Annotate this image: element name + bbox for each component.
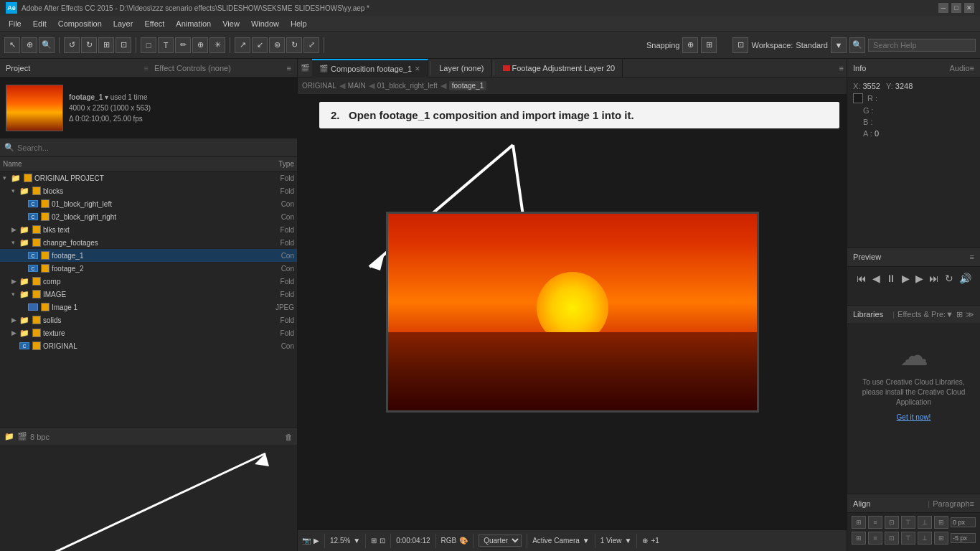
search-icon[interactable]: 🔍: [849, 37, 865, 53]
tool-orbit[interactable]: ↙: [252, 37, 268, 53]
vt-camera-dropdown[interactable]: ▼: [583, 537, 590, 545]
search-input[interactable]: [868, 39, 976, 52]
new-comp-btn[interactable]: 🎬: [17, 432, 27, 441]
align-center[interactable]: ≡: [868, 516, 882, 529]
tree-item-comp[interactable]: ▶ 📁 comp Fold: [0, 275, 297, 288]
tool-clone[interactable]: ⊕: [192, 37, 208, 53]
project-panel-menu[interactable]: ≡: [287, 64, 291, 72]
align-right[interactable]: ⊡: [885, 516, 899, 529]
distribute-left[interactable]: ⊞: [852, 532, 866, 545]
align-bottom[interactable]: ⊞: [934, 516, 948, 529]
close-button[interactable]: ✕: [964, 3, 974, 13]
quality-select[interactable]: Quarter Half Full: [479, 534, 522, 547]
tool-snap[interactable]: ⊡: [116, 37, 131, 53]
tree-item-image1[interactable]: ▶ Image 1 JPEG: [0, 301, 297, 314]
info-panel-menu[interactable]: ≡: [970, 64, 974, 72]
align-px-input-1[interactable]: [951, 517, 976, 527]
tool-shape[interactable]: □: [141, 37, 156, 53]
tool-paint[interactable]: ✏: [175, 37, 191, 53]
comp-tab-layer[interactable]: Layer (none): [432, 59, 491, 77]
menu-file[interactable]: File: [3, 16, 27, 32]
tool-grid[interactable]: ⊞: [98, 37, 114, 53]
tool-pen[interactable]: ⊕: [22, 37, 37, 53]
align-panel-menu[interactable]: ≡: [970, 499, 974, 508]
delete-btn[interactable]: 🗑: [285, 433, 293, 441]
bread-01block[interactable]: 01_block_right_left: [377, 82, 438, 90]
vt-extra-icons[interactable]: ⊕: [642, 537, 648, 545]
menu-view[interactable]: View: [217, 16, 245, 32]
bread-original[interactable]: ORIGINAL: [302, 82, 336, 90]
tree-item-solids[interactable]: ▶ 📁 solids Fold: [0, 314, 297, 326]
bread-main[interactable]: MAIN: [348, 82, 366, 90]
menu-help[interactable]: Help: [285, 16, 313, 32]
vt-channel[interactable]: RGB: [441, 537, 457, 545]
audio-tab[interactable]: Audio: [949, 64, 969, 72]
distribute-right[interactable]: ⊡: [885, 532, 899, 545]
cloud-link[interactable]: Get it now!: [897, 413, 931, 421]
bread-footage1[interactable]: footage_1: [449, 81, 487, 90]
snapping-toggle[interactable]: ⊕: [682, 37, 698, 53]
preview-loop[interactable]: ↻: [945, 273, 953, 284]
tree-item-changefootages[interactable]: ▾ 📁 change_footages Fold: [0, 236, 297, 249]
tree-item-01block[interactable]: ▶ C 01_block_right_left Con: [0, 197, 297, 210]
comp-tab-footage1[interactable]: 🎬 Composition footage_1 ✕: [312, 59, 428, 77]
preview-stop[interactable]: ⏸: [886, 273, 896, 284]
vt-preview-btn[interactable]: ▶: [314, 537, 319, 545]
tool-select[interactable]: ↖: [4, 37, 20, 53]
preview-next-frame[interactable]: ▶: [915, 273, 923, 284]
vt-fit-icon[interactable]: ⊞: [371, 537, 377, 545]
window-controls[interactable]: ─ □ ✕: [938, 3, 974, 13]
vt-grid-icon[interactable]: ⊡: [380, 537, 385, 545]
distribute-middle[interactable]: ⊥: [918, 532, 932, 545]
preview-play[interactable]: ▶: [902, 273, 910, 284]
tool-text[interactable]: T: [158, 37, 174, 53]
menu-effect[interactable]: Effect: [138, 16, 170, 32]
tool-undo[interactable]: ↺: [64, 37, 80, 53]
maximize-button[interactable]: □: [951, 3, 961, 13]
align-top[interactable]: ⊤: [901, 516, 915, 529]
workspace-dropdown[interactable]: ▼: [831, 37, 847, 53]
comp-tab-close[interactable]: ✕: [415, 65, 420, 72]
effect-controls-tab[interactable]: Effect Controls (none): [154, 64, 287, 72]
tool-camera[interactable]: ↗: [235, 37, 250, 53]
menu-window[interactable]: Window: [245, 16, 285, 32]
effects-presets-tab[interactable]: Effects & Pre:: [897, 310, 946, 319]
tree-item-original-project[interactable]: ▾ 📁 ORIGINAL PROJECT Fold: [0, 171, 297, 184]
vt-channel-options[interactable]: 🎨: [459, 537, 468, 545]
align-px-input-2[interactable]: [951, 533, 976, 543]
tool-zoom[interactable]: 🔍: [39, 37, 55, 53]
menu-animation[interactable]: Animation: [170, 16, 217, 32]
minimize-button[interactable]: ─: [938, 3, 948, 13]
tree-item-original[interactable]: ▶ C ORIGINAL Con: [0, 339, 297, 352]
tool-rotate[interactable]: ↻: [286, 37, 302, 53]
tree-item-footage1[interactable]: ▶ C footage_1 Con: [0, 249, 297, 262]
project-search-input[interactable]: [17, 143, 293, 152]
preview-prev-frame[interactable]: ◀: [872, 273, 880, 284]
tool-move[interactable]: ⤢: [303, 37, 319, 53]
tree-item-blocks[interactable]: ▾ 📁 blocks Fold: [0, 184, 297, 197]
align-left[interactable]: ⊞: [852, 516, 866, 529]
lib-expand[interactable]: ≫: [966, 310, 974, 319]
menu-edit[interactable]: Edit: [27, 16, 52, 32]
menu-layer[interactable]: Layer: [108, 16, 139, 32]
paragraph-tab[interactable]: Paragraph: [933, 499, 969, 508]
snapping-options[interactable]: ⊞: [701, 37, 717, 53]
lib-grid-view[interactable]: ▼: [946, 310, 953, 319]
distribute-top[interactable]: ⊤: [901, 532, 915, 545]
distribute-center[interactable]: ≡: [868, 532, 882, 545]
vt-save-frame[interactable]: 📷: [302, 537, 311, 545]
workspace-icon[interactable]: ⊡: [732, 37, 748, 53]
distribute-bottom[interactable]: ⊞: [934, 532, 948, 545]
menu-composition[interactable]: Composition: [52, 16, 108, 32]
vt-zoom-dropdown[interactable]: ▼: [353, 537, 360, 545]
tree-item-texture[interactable]: ▶ 📁 texture Fold: [0, 326, 297, 339]
new-folder-btn[interactable]: 📁: [4, 432, 14, 441]
tree-item-blkstext[interactable]: ▶ 📁 blks text Fold: [0, 223, 297, 236]
vt-view-dropdown[interactable]: ▼: [625, 537, 632, 545]
preview-first-frame[interactable]: ⏮: [857, 273, 867, 284]
preview-last-frame[interactable]: ⏭: [929, 273, 939, 284]
align-middle[interactable]: ⊥: [918, 516, 932, 529]
tool-puppet[interactable]: ✳: [209, 37, 225, 53]
tree-item-image-folder[interactable]: ▾ 📁 IMAGE Fold: [0, 288, 297, 301]
tree-item-02block[interactable]: ▶ C 02_block_right_right Con: [0, 210, 297, 223]
